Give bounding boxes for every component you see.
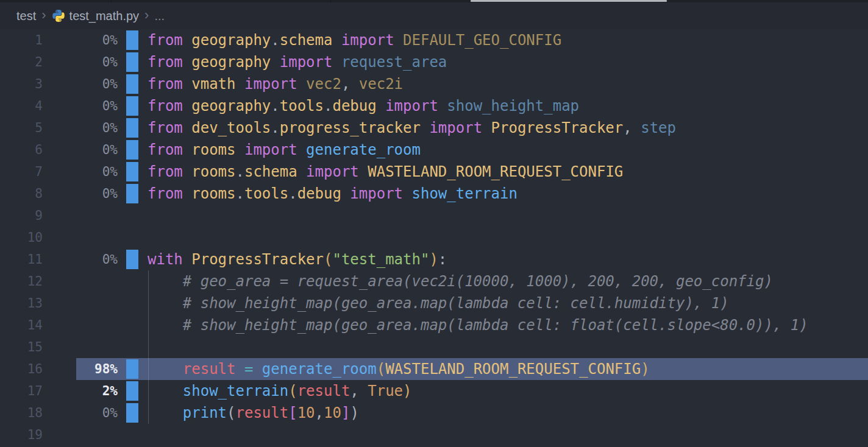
top-strip <box>0 0 868 2</box>
syntax-token: request_area <box>341 54 447 71</box>
code-line[interactable]: # geo_area = request_area(vec2i(10000, 1… <box>148 270 773 292</box>
syntax-token: geography <box>191 97 271 114</box>
code-row: 12# geo_area = request_area(vec2i(10000,… <box>0 270 868 292</box>
syntax-token: . <box>271 97 279 114</box>
coverage-gutter-block <box>126 30 138 50</box>
line-number[interactable]: 3 <box>0 73 43 95</box>
code-line[interactable]: from vmath import vec2, vec2i <box>148 73 403 95</box>
syntax-token: rooms <box>191 163 235 180</box>
syntax-token: . <box>271 119 279 136</box>
line-number[interactable]: 13 <box>0 292 43 314</box>
syntax-token: result <box>236 404 289 421</box>
line-number[interactable]: 7 <box>0 161 43 183</box>
gutter-column <box>126 424 138 446</box>
syntax-token: tools <box>244 185 288 202</box>
syntax-token: WASTELAND_ROOM_REQUEST_CONFIG <box>368 163 623 180</box>
coverage-gutter-block <box>126 74 138 94</box>
code-line[interactable]: from rooms import generate_room <box>148 139 421 161</box>
code-line[interactable]: # show_height_map(geo_area.map(lambda ce… <box>148 314 808 336</box>
line-number[interactable]: 11 <box>0 248 43 270</box>
chevron-right-icon: › <box>41 2 46 29</box>
syntax-token: # show_height_map(geo_area.map(lambda ce… <box>183 317 808 334</box>
coverage-badge <box>43 205 118 227</box>
line-number[interactable]: 2 <box>0 51 43 73</box>
gutter-column <box>126 358 138 380</box>
code-row: 19 <box>0 424 868 446</box>
code-line[interactable]: from rooms.schema import WASTELAND_ROOM_… <box>148 161 623 183</box>
coverage-gutter-block <box>126 403 138 423</box>
code-row: 40%from geography.tools.debug import sho… <box>0 95 868 117</box>
gutter-column <box>126 292 138 314</box>
syntax-token: ( <box>324 251 332 268</box>
coverage-gutter-block <box>126 96 138 116</box>
syntax-token: import <box>377 97 447 114</box>
syntax-token: ProgressTracker <box>491 119 624 136</box>
line-number[interactable]: 17 <box>0 380 43 402</box>
breadcrumb-item-symbols[interactable]: ... <box>154 9 165 23</box>
syntax-token: debug <box>332 97 376 114</box>
gutter-column <box>126 117 138 139</box>
code-row: 180%print(result[10,10]) <box>0 402 868 424</box>
line-number[interactable]: 8 <box>0 183 43 205</box>
coverage-badge <box>43 227 118 248</box>
coverage-badge: 0% <box>43 95 118 117</box>
syntax-token: . <box>236 163 244 180</box>
syntax-token: show_terrain <box>412 185 518 202</box>
syntax-token: import <box>341 185 412 202</box>
breadcrumb-item-folder[interactable]: test <box>16 9 36 23</box>
code-line[interactable]: from geography.tools.debug import show_h… <box>148 95 579 117</box>
code-row: 1698%result = generate_room(WASTELAND_RO… <box>0 358 868 380</box>
code-line[interactable]: with ProgressTracker("test_math"): <box>148 248 447 270</box>
code-line[interactable]: from geography.schema import DEFAULT_GEO… <box>148 29 561 51</box>
gutter-column <box>126 402 138 424</box>
line-number[interactable]: 15 <box>0 336 43 358</box>
code-line[interactable]: print(result[10,10]) <box>148 402 359 424</box>
code-row: 60%from rooms import generate_room <box>0 139 868 161</box>
code-editor[interactable]: 10%from geography.schema import DEFAULT_… <box>0 29 868 446</box>
line-number[interactable]: 9 <box>0 205 43 227</box>
syntax-token: step <box>641 119 676 136</box>
gutter-column <box>126 161 138 183</box>
line-number[interactable]: 10 <box>0 227 43 248</box>
syntax-token: with <box>148 251 191 268</box>
coverage-badge <box>43 424 118 446</box>
syntax-token: ( <box>377 361 385 378</box>
syntax-token: from <box>148 97 191 114</box>
code-line[interactable]: from rooms.tools.debug import show_terra… <box>148 183 518 205</box>
syntax-token: tools <box>280 97 324 114</box>
code-line[interactable]: # show_height_map(geo_area.map(lambda ce… <box>148 292 729 314</box>
tab-separator <box>330 0 331 2</box>
coverage-gutter-block <box>126 118 138 138</box>
syntax-token: ) <box>403 382 411 399</box>
line-number[interactable]: 1 <box>0 29 43 51</box>
line-number[interactable]: 6 <box>0 139 43 161</box>
line-number[interactable]: 18 <box>0 402 43 424</box>
line-number[interactable]: 5 <box>0 117 43 139</box>
coverage-badge: 98% <box>43 358 118 380</box>
line-number[interactable]: 4 <box>0 95 43 117</box>
line-number[interactable]: 16 <box>0 358 43 380</box>
line-number[interactable]: 19 <box>0 424 43 446</box>
top-scrollbar[interactable] <box>471 0 667 2</box>
syntax-token: show_terrain <box>183 382 288 399</box>
gutter-column <box>126 314 138 336</box>
coverage-gutter-block <box>126 52 138 72</box>
code-line[interactable] <box>148 336 183 358</box>
code-line[interactable]: show_terrain(result, True) <box>148 380 412 402</box>
syntax-token: , <box>350 382 368 399</box>
line-number[interactable]: 12 <box>0 270 43 292</box>
gutter-column <box>126 139 138 161</box>
code-row: 10%from geography.schema import DEFAULT_… <box>0 29 868 51</box>
line-number[interactable]: 14 <box>0 314 43 336</box>
breadcrumb-item-file[interactable]: test_math.py <box>52 9 140 23</box>
code-line[interactable]: result = generate_room(WASTELAND_ROOM_RE… <box>148 358 650 380</box>
syntax-token: ) <box>641 361 649 378</box>
code-row: 172%show_terrain(result, True) <box>0 380 868 402</box>
syntax-token <box>236 361 244 378</box>
coverage-badge: 0% <box>43 248 118 270</box>
code-line[interactable]: from geography import request_area <box>148 51 447 73</box>
chevron-right-icon: › <box>144 2 149 29</box>
code-row: 13# show_height_map(geo_area.map(lambda … <box>0 292 868 314</box>
code-line[interactable]: from dev_tools.progress_tracker import P… <box>148 117 676 139</box>
syntax-token: ( <box>288 382 297 399</box>
